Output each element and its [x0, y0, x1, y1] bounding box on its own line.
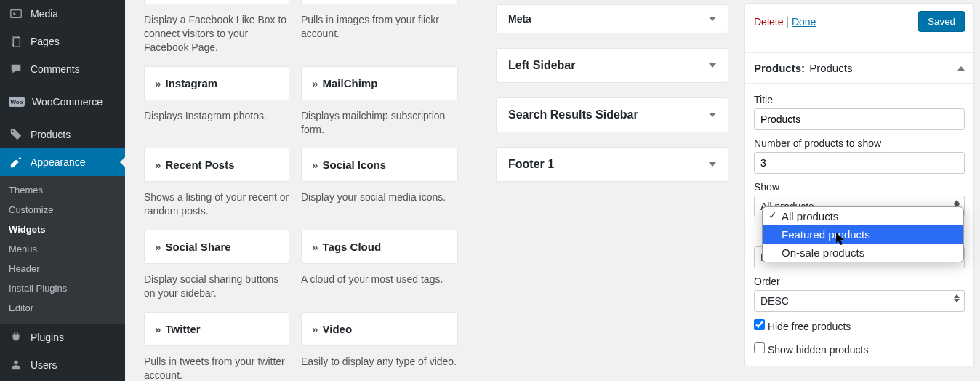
chevron-down-icon	[709, 63, 716, 68]
widget-desc: Pulls in images from your flickr account…	[301, 13, 458, 55]
hide-free-checkbox[interactable]	[754, 319, 765, 330]
widget-desc: Display social sharing buttons on your s…	[144, 273, 289, 300]
widget-desc: Displays mailchimp subscription form.	[301, 109, 458, 137]
area-label: Footer 1	[508, 158, 554, 171]
widget-title: Recent Posts	[166, 159, 235, 171]
widget-card-social-share[interactable]: » Social Share	[144, 230, 289, 264]
done-link[interactable]: Done	[792, 16, 816, 28]
panel-header-name: Products	[809, 62, 852, 74]
widget-card-partial[interactable]	[144, 0, 289, 4]
widget-desc: Displays Instagram photos.	[144, 109, 289, 137]
sidebar-item-comments[interactable]: Comments	[0, 55, 125, 83]
widget-card-video[interactable]: » Video	[301, 312, 458, 346]
widget-title: Instagram	[166, 77, 218, 89]
widget-desc: Pulls in tweets from your twitter accoun…	[144, 355, 289, 381]
chevron-down-icon	[709, 17, 716, 21]
submenu-customize[interactable]: Customize	[0, 200, 125, 220]
pages-icon	[9, 34, 23, 49]
panel-header[interactable]: Products: Products	[745, 52, 973, 84]
widget-card-recent-posts[interactable]: » Recent Posts	[144, 148, 289, 182]
sidebar-label: Pages	[31, 36, 60, 47]
submenu-menus[interactable]: Menus	[0, 239, 125, 259]
count-label: Number of products to show	[754, 137, 965, 149]
widget-title: Social Share	[166, 241, 231, 253]
show-select-dropdown[interactable]: All products Featured products On-sale p…	[762, 206, 964, 262]
widget-title: MailChimp	[323, 77, 378, 89]
submenu-themes[interactable]: Themes	[0, 180, 125, 200]
sidebar-item-plugins[interactable]: Plugins	[0, 324, 125, 351]
title-label: Title	[754, 94, 965, 105]
submenu-install-plugins[interactable]: Install Plugins	[0, 278, 125, 298]
widget-desc: Shows a listing of your recent or random…	[144, 190, 289, 218]
sidebar-area-footer-1[interactable]: Footer 1	[496, 147, 728, 182]
sidebar-label: Plugins	[31, 332, 64, 343]
appearance-submenu: Themes Customize Widgets Menus Header In…	[0, 176, 125, 324]
submenu-widgets[interactable]: Widgets	[0, 220, 125, 239]
show-option-all[interactable]: All products	[763, 207, 963, 225]
products-icon	[9, 127, 23, 142]
users-icon	[9, 358, 23, 372]
sidebar-label: Products	[31, 129, 71, 140]
sidebar-area-meta[interactable]: Meta	[496, 4, 728, 33]
widget-card-social-icons[interactable]: » Social Icons	[301, 148, 458, 182]
svg-point-4	[14, 361, 17, 364]
widget-card-tags-cloud[interactable]: » Tags Cloud	[301, 230, 458, 264]
sidebar-item-woocommerce[interactable]: Woo WooCommerce	[0, 83, 125, 121]
pipe-separator: |	[786, 16, 792, 28]
hide-free-label: Hide free products	[768, 321, 851, 332]
order-select[interactable]: DESC	[754, 290, 965, 312]
submenu-header[interactable]: Header	[0, 259, 125, 278]
widget-card-mailchimp[interactable]: » MailChimp	[301, 66, 458, 100]
sidebar-item-products[interactable]: Products	[0, 121, 125, 148]
sidebar-item-appearance[interactable]: Appearance	[0, 148, 125, 176]
widget-desc: Easily to display any type of video.	[301, 355, 458, 381]
widget-settings-panel: Delete | Done Saved Products: Products T…	[744, 3, 974, 366]
sidebar-label: Users	[31, 359, 57, 371]
title-input[interactable]	[754, 108, 965, 130]
show-option-onsale[interactable]: On-sale products	[763, 244, 963, 262]
sidebar-area-left-sidebar[interactable]: Left Sidebar	[496, 48, 728, 83]
widget-title: Twitter	[166, 323, 201, 335]
widget-title: Social Icons	[323, 159, 387, 171]
order-label: Order	[754, 276, 965, 287]
sidebar-item-pages[interactable]: Pages	[0, 28, 125, 55]
main-content: Display a Facebook Like Box to connect v…	[125, 0, 980, 381]
panel-actions: Delete | Done Saved	[745, 4, 973, 38]
chevron-up-icon	[957, 66, 965, 71]
chevron-down-icon	[709, 113, 716, 117]
widget-desc: A cloud of your most used tags.	[301, 273, 458, 300]
hide-free-checkbox-row[interactable]: Hide free products	[754, 319, 965, 332]
sidebar-area-search-results[interactable]: Search Results Sidebar	[496, 97, 728, 132]
show-option-featured[interactable]: Featured products	[763, 225, 963, 244]
delete-link[interactable]: Delete	[754, 16, 783, 28]
show-hidden-checkbox-row[interactable]: Show hidden products	[754, 342, 965, 356]
admin-sidebar: Media Pages Comments Woo WooCommerce Pro…	[0, 0, 125, 381]
show-hidden-checkbox[interactable]	[754, 342, 765, 353]
sidebar-areas: Meta Left Sidebar Search Results Sidebar…	[496, 4, 728, 182]
comments-icon	[9, 62, 23, 76]
widget-card-twitter[interactable]: » Twitter	[144, 312, 289, 346]
sidebar-item-users[interactable]: Users	[0, 351, 125, 379]
svg-point-3	[12, 130, 13, 132]
available-widgets-grid: Display a Facebook Like Box to connect v…	[144, 0, 493, 381]
sidebar-item-media[interactable]: Media	[0, 0, 125, 28]
area-label: Search Results Sidebar	[508, 108, 638, 121]
widget-card-partial[interactable]	[301, 0, 458, 4]
widget-desc: Display a Facebook Like Box to connect v…	[144, 13, 289, 55]
sidebar-label: Media	[31, 8, 58, 20]
show-hidden-label: Show hidden products	[768, 344, 869, 356]
area-label: Left Sidebar	[508, 59, 575, 72]
wp-admin-widgets-screen: Media Pages Comments Woo WooCommerce Pro…	[0, 0, 980, 381]
sidebar-label: Appearance	[31, 156, 86, 168]
plugins-icon	[9, 330, 23, 345]
panel-header-prefix: Products:	[754, 62, 805, 74]
sidebar-label: WooCommerce	[32, 96, 103, 108]
show-label: Show	[754, 181, 965, 193]
chevron-down-icon	[709, 162, 716, 167]
widget-card-instagram[interactable]: » Instagram	[144, 66, 289, 100]
count-input[interactable]	[754, 152, 965, 174]
widget-title: Tags Cloud	[323, 241, 382, 253]
submenu-editor[interactable]: Editor	[0, 298, 125, 318]
saved-button[interactable]: Saved	[918, 11, 965, 32]
media-icon	[9, 7, 23, 21]
